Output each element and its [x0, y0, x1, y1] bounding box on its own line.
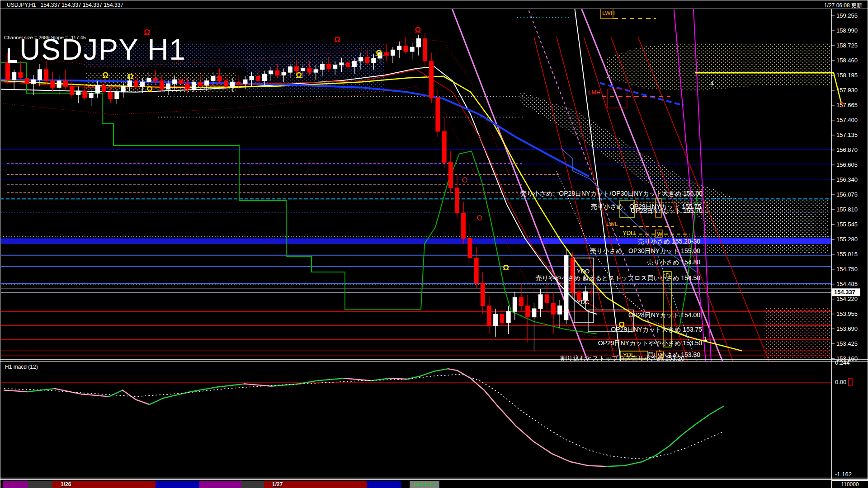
candle-body: [166, 84, 170, 89]
macd-toggle-button[interactable]: macd ON: [410, 481, 439, 488]
corner-mark-icon: [8, 48, 17, 63]
macd-main-line: [421, 371, 434, 376]
candle: [481, 272, 485, 314]
candle-body: [76, 91, 80, 95]
candle-body: [487, 306, 491, 326]
candle-body: [173, 80, 177, 84]
candle: [468, 224, 472, 263]
macd-main-line: [471, 378, 484, 390]
candle-body: [404, 46, 408, 52]
price-tick-label: 156.605: [836, 161, 858, 168]
white-ma: [0, 67, 597, 314]
price-tick-label: 156.340: [836, 176, 858, 183]
session-segment: [199, 481, 241, 488]
candle-body: [115, 92, 119, 99]
omega-signal-icon: Ω: [127, 72, 133, 81]
candle-body: [217, 76, 222, 81]
pivot-label: YDC: [577, 299, 589, 305]
candle-body: [513, 297, 517, 311]
price-tick-label: 155.015: [836, 251, 858, 258]
macd-main-line: [683, 423, 697, 434]
candle: [519, 283, 524, 311]
session-date-label: 1/26: [61, 481, 71, 488]
candle: [384, 44, 388, 61]
candle-body: [307, 68, 311, 72]
candle-body: [314, 70, 318, 72]
macd-main-line: [317, 378, 344, 380]
candle-body: [468, 238, 472, 258]
candle-body: [44, 70, 48, 81]
candle: [558, 300, 562, 328]
macd-main-line: [606, 465, 624, 466]
pivot-label: YDO: [577, 268, 590, 275]
candle-body: [340, 63, 344, 65]
candle-body: [359, 57, 363, 61]
candle-body: [526, 306, 530, 317]
candle-body: [494, 314, 498, 325]
price-tick-label: 155.810: [836, 206, 858, 213]
price-tick-label: 155.545: [836, 221, 858, 228]
candle: [31, 75, 35, 95]
candle: [423, 33, 427, 67]
candle-body: [590, 292, 594, 293]
pivot-label: YDH: [623, 230, 635, 236]
pivot-label: LWH: [602, 9, 615, 16]
macd-main-line: [710, 406, 724, 414]
price-tick-label: 153.955: [836, 310, 858, 317]
order-annotation: 売り小さめ、OP30日NYカット 155.00: [590, 247, 700, 254]
price-tick-label: 153.425: [836, 340, 858, 347]
candle: [448, 151, 453, 193]
candle-body: [301, 68, 305, 70]
omega-signal-icon: Ω: [296, 71, 302, 80]
order-annotation: 売り小さめ 154.80: [647, 258, 700, 266]
candle: [391, 47, 395, 63]
candle: [416, 35, 420, 56]
candle: [410, 42, 414, 59]
candle-body: [320, 64, 324, 69]
macd-main-line: [434, 369, 448, 371]
pivot-label: LMH: [588, 89, 600, 96]
omega-signal-icon: Ω: [146, 85, 153, 94]
pivot-label: 4: [710, 80, 713, 87]
macd-main-line: [150, 398, 163, 404]
price-tick-label: 154.750: [836, 266, 858, 272]
macd-main-line: [82, 394, 109, 396]
price-tick-label: 154.485: [836, 281, 858, 287]
macd-panel-area[interactable]: [0, 369, 831, 466]
price-tick-label: 156.075: [836, 191, 858, 198]
candle-body: [538, 295, 542, 309]
candle-body: [19, 72, 23, 78]
candle: [513, 292, 517, 320]
order-annotation: OP28日NYカット 155.70: [631, 207, 703, 214]
omega-signal-icon: Ω: [415, 26, 421, 34]
candle-body: [564, 255, 568, 320]
candle-body: [462, 213, 466, 238]
pivot-label: LWL: [606, 221, 618, 227]
price-tick-label: 157.135: [836, 131, 858, 138]
candle-body: [63, 81, 67, 86]
candle-body: [532, 309, 536, 317]
macd-main-line: [498, 406, 516, 426]
macd-main-line: [642, 455, 656, 462]
macd-main-line: [448, 369, 457, 371]
candle-body: [416, 38, 420, 47]
white-channel: [574, 0, 621, 361]
candle-body: [436, 98, 440, 131]
session-timeline-bar: macd ON 110000 1/261/27: [0, 479, 868, 488]
last-update-timestamp[interactable]: 1/27 06:08 更新: [824, 2, 862, 9]
candle-body: [83, 91, 87, 98]
candle: [51, 72, 55, 92]
candle-body: [211, 76, 215, 81]
candle: [429, 53, 434, 103]
price-tick-label: 155.280: [836, 236, 858, 243]
macd-main-line: [516, 426, 534, 442]
candle: [63, 70, 67, 89]
candle-body: [474, 258, 478, 283]
macd-zero-marker: [849, 379, 852, 386]
candle: [57, 75, 61, 95]
candle-body: [153, 78, 157, 81]
candle: [76, 86, 80, 103]
candle-body: [282, 72, 286, 75]
candle-body: [295, 67, 299, 71]
chart-canvas[interactable]: ΩΩΩΩΩΩΩΩΩΩLWHMLMHLWLYDHYDOYDCYDLDWW41売り小…: [0, 0, 868, 488]
